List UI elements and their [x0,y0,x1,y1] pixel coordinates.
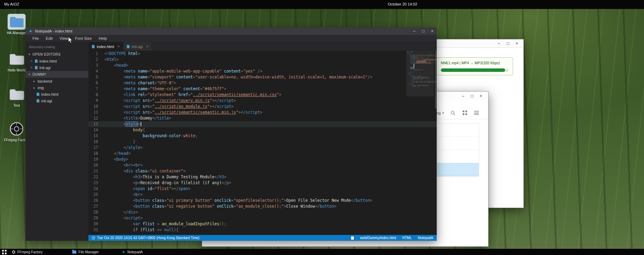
tab-index-html[interactable]: index.html × [88,42,123,51]
code-line[interactable]: 18 </head> [88,151,437,157]
tree-item-label: init.agi [41,99,52,103]
code-line[interactable]: 30 var flist = ao_module_loadInputFiles(… [88,221,437,227]
statusbar-language[interactable]: HTML [402,236,411,240]
aroz-brand[interactable]: My ArOZ [4,2,19,6]
minimap-slider[interactable] [406,51,434,96]
close-icon[interactable]: × [30,59,33,63]
tree-item-label: img [38,86,44,90]
open-editor-index-html[interactable]: × index.html [26,58,88,64]
code-line[interactable]: 9 <script src="../script/jquery.min.js">… [88,98,437,104]
tab-label: index.html [97,45,114,49]
code-line[interactable]: 6 <meta charset="UTF-8"> [88,80,437,86]
apps-menu-icon[interactable] [2,250,7,254]
menu-view[interactable]: View [56,36,72,40]
menu-file[interactable]: File [29,36,42,40]
code-line[interactable]: 26 <button class="ui primary button" onc… [88,198,437,204]
tab-init-agi[interactable]: Init.agi × [123,42,152,51]
conversion-progress-fill [441,68,505,72]
code-line[interactable]: 23 <p>Received drag-in filelist (if any)… [88,180,437,186]
taskbar-item-notepada[interactable]: NotepadA [122,250,143,254]
maximize-button[interactable]: □ [467,94,476,98]
file-icon [35,59,38,63]
menu-help[interactable]: Help [95,36,111,40]
grid-view-icon[interactable] [462,110,467,116]
code-line[interactable]: 10 <script src="../script/ao_module.js">… [88,104,437,110]
menu-edit[interactable]: Edit [42,36,56,40]
open-editors-section[interactable]: ▾ OPEN EDITORS [26,51,88,58]
editor-scrollbar[interactable] [435,51,437,109]
code-line[interactable]: 29 <script> [88,215,437,221]
code-line[interactable]: 12 <title>Dummy</title> [88,115,437,121]
window-title: NotepadA - index.html [35,29,72,33]
folder-icon [8,51,26,67]
ffmpeg-factory-icon [8,121,26,137]
notepada-icon [28,29,33,34]
code-line[interactable]: 21 <div class="ui container"> [88,168,437,174]
taskbar-item-label: File Manager [78,250,98,254]
directory-sidebar: Directory Listing ▾ OPEN EDITORS × index… [26,42,88,241]
close-icon[interactable]: × [117,45,120,48]
code-line[interactable]: 20 <br><br> [88,162,437,168]
close-icon[interactable]: × [146,45,148,48]
code-line[interactable]: 16 } [88,139,437,145]
close-button[interactable]: × [476,94,485,98]
taskbar-item-ffmpeg-factory[interactable]: FFmpeg Factory [12,250,42,254]
tree-file-index-html[interactable]: index.html [26,91,88,97]
tree-file-init-agi[interactable]: init.agi [26,97,88,104]
code-line[interactable]: 28 </div> [88,209,437,215]
clock-icon [92,236,95,239]
search-icon[interactable] [450,110,456,116]
maximize-button[interactable]: □ [503,41,512,46]
code-line[interactable]: 17 </style> [88,145,437,151]
maximize-button[interactable]: □ [419,29,428,33]
code-line[interactable]: 24 <span id="flist"></span> [88,186,437,192]
code-line[interactable]: 13 <style> [88,121,437,127]
file-icon [35,66,38,69]
close-icon[interactable]: × [30,66,33,69]
code-line[interactable]: 15 background-color:white; [88,133,437,139]
code-line[interactable]: 27 <button class="ui negative button" on… [88,204,437,209]
open-editor-label: index.html [39,59,57,63]
sidebar-header: Directory Listing [26,42,88,51]
file-icon [127,45,130,48]
conversion-job-label: NNE1.mp4 | MP4 → MP3(320 Kbps) [441,61,509,65]
top-clock: October 20 14:02 [388,2,417,6]
code-line[interactable]: 25 <br> [88,192,437,198]
statusbar-filepath: web/Dummy/index.html [360,236,396,240]
minimize-button[interactable]: – [494,41,503,46]
code-line[interactable]: 1<!DOCTYPE html> [88,51,437,57]
code-line[interactable]: 7 <meta name="theme-color" content="#4b7… [88,86,437,92]
code-line[interactable]: 2<html> [88,57,437,63]
chevron-down-icon: ▾ [28,53,31,56]
tree-folder-backend[interactable]: ▸ backend [26,78,88,84]
code-line[interactable]: 3 <head> [88,63,437,68]
notepada-titlebar[interactable]: NotepadA - index.html – □ × [26,27,437,35]
tree-item-label: index.html [41,92,58,96]
code-line[interactable]: 31 if (flist == null){ [88,227,437,233]
workspace-section[interactable]: ▾ DUMMY [26,71,88,78]
chevron-down-icon: ▾ [442,111,444,115]
statusbar-datetime: Tue Oct 20 2020 14:01:43 GMT+0800 (Hong … [97,236,199,240]
code-line[interactable]: 5 <meta name="viewport" content="user-sc… [88,74,437,80]
close-button[interactable]: × [428,29,437,33]
code-line[interactable]: 19 <body> [88,157,437,162]
code-line[interactable]: 11 <script src="../script/semantic/seman… [88,110,437,115]
minimize-button[interactable]: – [458,94,467,98]
code-editor[interactable]: 1<!DOCTYPE html>2<html>3 <head>4 <meta n… [88,51,437,235]
minimize-button[interactable]: – [410,29,419,33]
taskbar-item-file-manager[interactable]: File Manager [72,250,98,254]
code-line[interactable]: 8 <link rel="stylesheet" href="../script… [88,92,437,98]
menu-font-size[interactable]: Font Size [72,36,95,40]
close-button[interactable]: × [512,41,521,46]
workspace-label: DUMMY [32,73,46,76]
blue-folder-icon [8,14,26,30]
code-line[interactable]: 14 body{ [88,127,437,133]
list-view-icon[interactable] [474,110,479,116]
open-editor-init-agi[interactable]: × Init.agi [26,64,88,71]
tree-folder-img[interactable]: ▸ img [26,84,88,91]
file-icon [37,93,39,96]
chevron-right-icon: ▸ [32,79,36,83]
code-line[interactable]: 22 <h3>This is a Dummy Testing Module</h… [88,174,437,180]
notepada-menubar: File Edit View Font Size Help [26,35,437,42]
code-line[interactable]: 4 <meta name="apple-mobile-web-app-capab… [88,68,437,74]
